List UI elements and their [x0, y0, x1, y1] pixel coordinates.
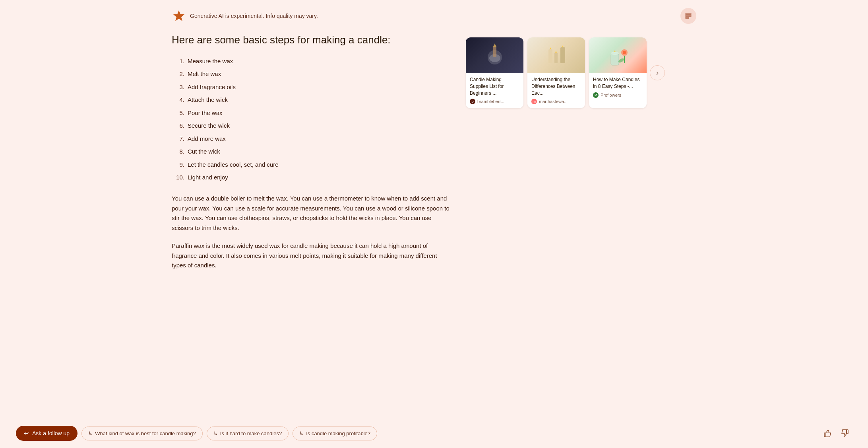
suggestion-button-2[interactable]: ↳ Is it hard to make candles? [207, 427, 289, 440]
svg-rect-8 [548, 49, 552, 63]
step-number: 3. [172, 83, 184, 92]
step-text: Light and enjoy [188, 173, 228, 182]
steps-list: 1.Measure the wax 2.Melt the wax 3.Add f… [172, 55, 450, 184]
thumbs-down-button[interactable] [838, 426, 852, 440]
suggestion-button-3[interactable]: ↳ Is candle making profitable? [293, 427, 377, 440]
svg-marker-7 [493, 43, 496, 47]
ask-followup-label: Ask a follow up [32, 430, 70, 436]
site-favicon-2: m [531, 99, 537, 104]
ai-disclaimer-text: Generative AI is experimental. Info qual… [190, 13, 318, 19]
suggestion-button-1[interactable]: ↳ What kind of wax is best for candle ma… [81, 427, 203, 440]
svg-rect-2 [685, 16, 692, 17]
suggestion-arrow-icon-1: ↳ [88, 430, 93, 436]
list-item: 5.Pour the wax [172, 107, 450, 120]
suggestion-arrow-icon-2: ↳ [213, 430, 218, 436]
step-text: Measure the wax [188, 57, 233, 66]
list-item: 1.Measure the wax [172, 55, 450, 68]
svg-rect-3 [685, 18, 689, 19]
source-card-site-1: b brambleberr... [470, 99, 519, 104]
header: Generative AI is experimental. Info qual… [172, 8, 696, 24]
step-text: Secure the wick [188, 121, 230, 131]
source-card-site-3: P Proflowers [593, 92, 643, 98]
chevron-right-icon: › [656, 69, 659, 77]
suggestion-arrow-icon-3: ↳ [299, 430, 304, 436]
svg-marker-16 [614, 50, 616, 52]
menu-button[interactable] [680, 8, 696, 24]
svg-marker-13 [562, 45, 564, 47]
next-cards-button[interactable]: › [650, 65, 665, 80]
source-card-body-1: Candle Making Supplies List for Beginner… [466, 73, 523, 108]
list-item: 2.Melt the wax [172, 68, 450, 81]
step-number: 10. [172, 173, 184, 182]
svg-rect-12 [560, 47, 565, 63]
source-card-1[interactable]: Candle Making Supplies List for Beginner… [466, 37, 523, 108]
svg-marker-0 [173, 10, 184, 21]
cards-container: Candle Making Supplies List for Beginner… [466, 37, 647, 108]
svg-rect-10 [554, 53, 558, 63]
ai-logo-icon [172, 9, 186, 23]
suggestion-text-3: Is candle making profitable? [306, 430, 370, 436]
source-card-image-3 [589, 37, 647, 73]
svg-rect-6 [493, 45, 496, 57]
step-text: Pour the wax [188, 109, 223, 118]
response-paragraph-1: You can use a double boiler to melt the … [172, 194, 450, 233]
step-text: Cut the wick [188, 147, 220, 156]
ask-followup-arrow-icon: ↩ [24, 430, 29, 437]
ai-response-section: Here are some basic steps for making a c… [172, 33, 450, 279]
source-card-title-1: Candle Making Supplies List for Beginner… [470, 76, 519, 96]
svg-rect-14 [611, 53, 619, 65]
list-item: 7.Add more wax [172, 132, 450, 146]
list-item: 4.Attach the wick [172, 93, 450, 107]
ask-followup-button[interactable]: ↩ Ask a follow up [16, 426, 78, 441]
source-card-title-2: Understanding the Differences Between Ea… [531, 76, 581, 96]
step-text: Add fragrance oils [188, 83, 236, 92]
svg-rect-22 [847, 430, 848, 434]
step-number: 1. [172, 57, 184, 66]
svg-point-18 [623, 51, 626, 54]
thumbs-up-button[interactable] [820, 426, 835, 440]
response-title: Here are some basic steps for making a c… [172, 33, 450, 47]
sources-section: Candle Making Supplies List for Beginner… [466, 37, 665, 108]
list-item: 6.Secure the wick [172, 119, 450, 132]
site-favicon-1: b [470, 99, 475, 104]
step-number: 2. [172, 70, 184, 79]
source-card-3[interactable]: How to Make Candles in 8 Easy Steps -...… [589, 37, 647, 108]
source-card-body-3: How to Make Candles in 8 Easy Steps -...… [589, 73, 647, 102]
svg-rect-1 [685, 14, 692, 15]
step-text: Melt the wax [188, 70, 221, 79]
list-item: 8.Cut the wick [172, 145, 450, 158]
list-item: 3.Add fragrance oils [172, 81, 450, 94]
site-name-3: Proflowers [601, 93, 621, 97]
suggestion-text-1: What kind of wax is best for candle maki… [95, 430, 196, 436]
svg-marker-9 [550, 47, 551, 49]
source-card-image-1 [466, 37, 523, 73]
suggestion-text-2: Is it hard to make candles? [220, 430, 282, 436]
list-item: 9.Let the candles cool, set, and cure [172, 158, 450, 171]
step-number: 8. [172, 147, 184, 156]
site-favicon-3: P [593, 92, 599, 98]
bottom-bar: ↩ Ask a follow up ↳ What kind of wax is … [0, 420, 868, 448]
step-number: 6. [172, 121, 184, 131]
list-item: 10.Light and enjoy [172, 171, 450, 184]
svg-marker-11 [555, 51, 557, 53]
site-name-2: marthastewa... [539, 99, 568, 104]
main-content: Here are some basic steps for making a c… [172, 33, 696, 279]
step-number: 7. [172, 134, 184, 144]
response-paragraph-2: Paraffin wax is the most widely used wax… [172, 241, 450, 271]
step-number: 5. [172, 109, 184, 118]
step-text: Add more wax [188, 134, 226, 144]
source-card-image-2 [527, 37, 585, 73]
feedback-buttons [820, 426, 852, 440]
source-card-site-2: m marthastewa... [531, 99, 581, 104]
step-number: 4. [172, 95, 184, 105]
source-card-body-2: Understanding the Differences Between Ea… [527, 73, 585, 108]
header-left: Generative AI is experimental. Info qual… [172, 9, 318, 23]
svg-rect-21 [824, 433, 826, 437]
step-number: 9. [172, 160, 184, 169]
source-card-2[interactable]: Understanding the Differences Between Ea… [527, 37, 585, 108]
step-text: Let the candles cool, set, and cure [188, 160, 278, 169]
source-card-title-3: How to Make Candles in 8 Easy Steps -... [593, 76, 643, 90]
step-text: Attach the wick [188, 95, 228, 105]
svg-point-15 [611, 52, 619, 55]
site-name-1: brambleberr... [477, 99, 504, 104]
